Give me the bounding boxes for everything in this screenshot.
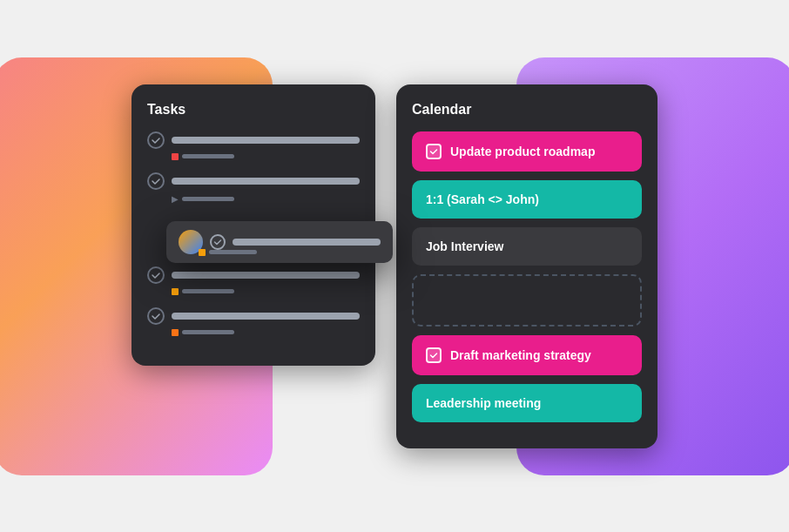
- cal-checkbox[interactable]: [426, 347, 442, 363]
- task-bar: [172, 272, 360, 279]
- task-item: ▶: [147, 172, 360, 204]
- task-bar: [172, 137, 360, 144]
- task-row: [147, 307, 360, 325]
- calendar-item-label: Update product roadmap: [450, 145, 595, 158]
- drag-task-meta: [199, 249, 257, 256]
- task-row: [147, 131, 360, 149]
- tasks-panel-title: Tasks: [147, 102, 360, 118]
- task-item: [147, 131, 360, 160]
- calendar-item-job-interview[interactable]: Job Interview: [412, 227, 642, 266]
- background-wrapper: Tasks: [20, 23, 769, 510]
- flag-icon: [172, 288, 179, 295]
- play-icon: ▶: [172, 194, 179, 204]
- meta-bar: [182, 330, 234, 334]
- calendar-panel: Calendar Update product roadmap 1:1 (Sar…: [396, 84, 658, 448]
- task-checkbox[interactable]: [147, 307, 165, 325]
- task-checkbox[interactable]: [147, 266, 165, 284]
- task-bar: [172, 313, 360, 320]
- task-item: [147, 266, 360, 295]
- drag-check: [210, 234, 226, 250]
- task-checkbox[interactable]: [147, 131, 165, 149]
- flag-icon: [172, 329, 179, 336]
- calendar-item-label: Job Interview: [426, 239, 503, 253]
- task-row: [147, 266, 360, 284]
- flag-icon: [172, 153, 179, 160]
- meta-bar: [182, 197, 234, 201]
- task-meta: ▶: [172, 194, 360, 204]
- task-meta: [172, 153, 360, 160]
- cal-checkbox[interactable]: [426, 144, 442, 159]
- calendar-item-update-product[interactable]: Update product roadmap: [412, 131, 642, 172]
- drag-meta-bar: [209, 250, 257, 254]
- calendar-item-leadership[interactable]: Leadership meeting: [412, 384, 642, 422]
- calendar-item-label: 1:1 (Sarah <> John): [426, 192, 539, 206]
- calendar-drop-zone: [412, 274, 642, 327]
- task-checkbox[interactable]: [147, 172, 165, 190]
- task-row: [147, 172, 360, 190]
- task-bar: [172, 178, 360, 185]
- calendar-item-draft-marketing[interactable]: Draft marketing strategy: [412, 335, 642, 375]
- dragged-task: [166, 221, 393, 263]
- drag-flag-icon: [199, 249, 206, 256]
- drag-bar: [233, 239, 381, 246]
- panels-container: Tasks: [132, 84, 658, 448]
- meta-bar: [182, 154, 234, 158]
- task-item: [147, 307, 360, 336]
- calendar-item-label: Leadership meeting: [426, 396, 541, 410]
- meta-bar: [182, 289, 234, 293]
- calendar-panel-title: Calendar: [412, 102, 642, 118]
- calendar-item-1on1[interactable]: 1:1 (Sarah <> John): [412, 180, 642, 219]
- calendar-item-label: Draft marketing strategy: [450, 348, 591, 362]
- task-meta: [172, 288, 360, 295]
- task-meta: [172, 329, 360, 336]
